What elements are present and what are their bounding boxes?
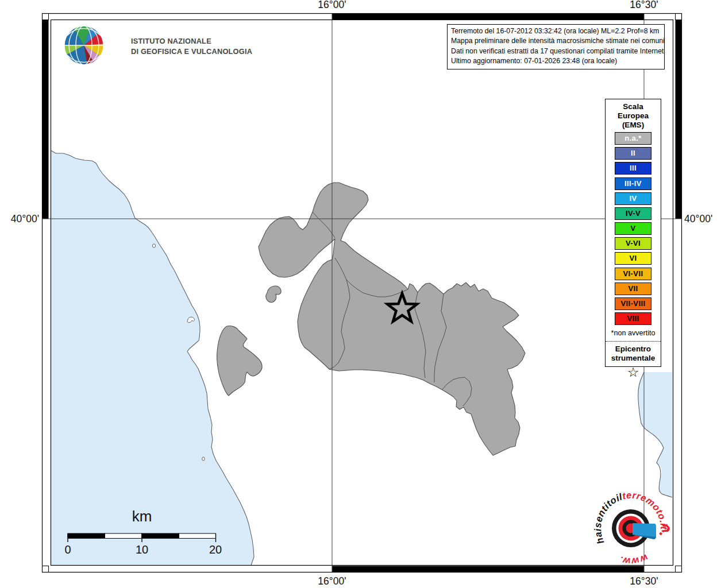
parallel-label-right: 40°00' xyxy=(684,213,712,225)
legend-epicenter-line2: strumentale xyxy=(606,354,661,363)
ingv-org-line1: ISTITUTO NAZIONALE xyxy=(131,36,252,47)
legend-swatch-vii: VII xyxy=(615,283,651,295)
legend-title-line2: Europea xyxy=(606,111,661,121)
land-municipalities xyxy=(259,183,525,455)
legend-swatch-ivv: IV-V xyxy=(615,207,651,220)
meridian-label-top-right: 16°30' xyxy=(630,0,658,11)
legend-divider xyxy=(606,341,661,342)
scalebar-tick-20: 20 xyxy=(209,543,222,556)
scalebar-title: km xyxy=(132,508,152,525)
legend-epicenter-title: Epicentro strumentale xyxy=(606,345,661,363)
land-municipality-sw xyxy=(217,326,263,396)
info-line-update: Ultimo aggiornamento: 07-01-2026 23:48 (… xyxy=(451,56,661,66)
legend-swatch-iv: IV xyxy=(615,192,651,205)
legend-title-line1: Scala xyxy=(606,102,661,111)
info-line-data: Dati non verificati estratti da 17 quest… xyxy=(451,47,661,56)
legend-title: Scala Europea (EMS) xyxy=(606,99,661,130)
meridian-label-top-left: 16°00' xyxy=(318,0,346,11)
legend-title-line3: (EMS) xyxy=(606,121,661,130)
meridian-label-bottom-right: 16°30' xyxy=(630,575,658,587)
islet-south xyxy=(202,457,205,461)
ingv-globe-icon xyxy=(60,24,111,69)
parallel-label-left: 40°00' xyxy=(0,213,39,225)
info-line-event: Terremoto del 16-07-2012 03:32:42 (ora l… xyxy=(451,26,661,36)
legend-footnote: *non avvertito xyxy=(606,329,661,337)
question-mark: ? xyxy=(654,519,674,540)
scalebar-tick-10: 10 xyxy=(136,543,148,556)
scalebar-tick-0: 0 xyxy=(64,543,71,556)
macroseismic-map-page: 16°00' 16°30' 16°00' 16°30' 40°00' 40°00… xyxy=(0,0,721,588)
ingv-org-line2: DI GEOFISICA E VULCANOLOGIA xyxy=(131,47,252,57)
legend-swatch-viii: VIII xyxy=(615,312,651,325)
legend-swatch-vivii: VI-VII xyxy=(615,268,651,280)
land-fragment-small xyxy=(266,286,281,303)
islet-small-north xyxy=(152,244,155,247)
legend-swatch-iii: III xyxy=(615,162,651,175)
legend-swatch-iiiiv: III-IV xyxy=(615,177,651,190)
legend-epicenter-line1: Epicentro xyxy=(606,345,661,354)
meridian-label-bottom-left: 16°00' xyxy=(318,575,346,587)
legend-swatch-vi: VI xyxy=(615,252,651,265)
logo-text-www: www. xyxy=(618,552,650,567)
legend-swatch-viiviii: VII-VIII xyxy=(615,297,651,310)
info-line-map: Mappa preliminare delle intensità macros… xyxy=(451,36,661,46)
legend-swatch-na: n.a.* xyxy=(615,132,651,145)
legend-items: n.a.*IIIIIIII-IVIVIV-VVV-VIVIVI-VIIVIIVI… xyxy=(606,132,661,325)
svg-text:www.: www. xyxy=(618,552,650,567)
ingv-org-name: ISTITUTO NAZIONALE DI GEOFISICA E VULCAN… xyxy=(131,36,252,56)
legend-swatch-vvi: V-VI xyxy=(615,237,651,250)
intensity-legend: Scala Europea (EMS) n.a.*IIIIIIII-IVIVIV… xyxy=(605,99,661,367)
sea-ionian xyxy=(638,372,672,497)
event-info-box: Terremoto del 16-07-2012 03:32:42 (ora l… xyxy=(447,24,665,69)
haisentito-logo: ? haisentitoilterremoto.it www. xyxy=(581,485,685,571)
legend-swatch-ii: II xyxy=(615,147,651,160)
legend-swatch-v: V xyxy=(615,222,651,235)
epicenter-star-icon: ☆ xyxy=(606,365,661,380)
